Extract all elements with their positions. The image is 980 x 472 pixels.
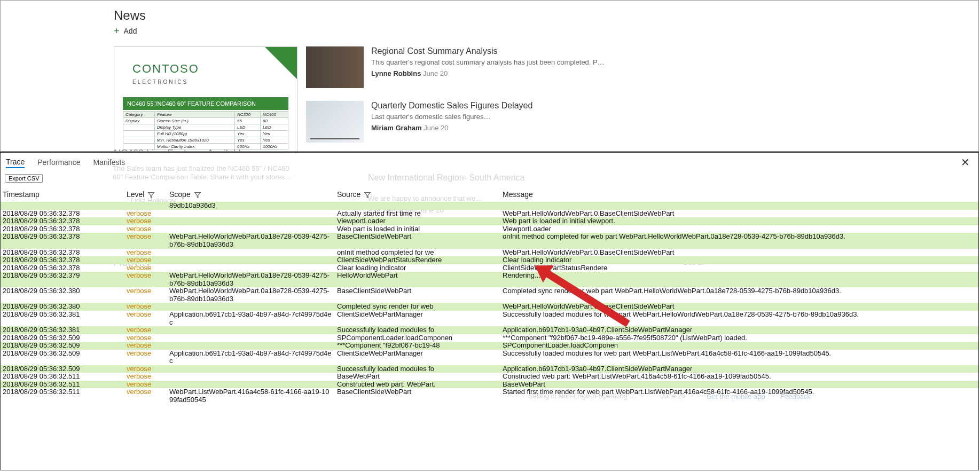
cell-lvl: verbose — [124, 287, 167, 303]
trace-row[interactable]: 2018/08/29 05:36:32.378verboseonInit met… — [1, 249, 978, 257]
cell-msg: Started first time render for web part W… — [500, 388, 978, 404]
cell-ts — [1, 202, 124, 210]
cell-ts: 2018/08/29 05:36:32.381 — [1, 326, 124, 334]
trace-row[interactable]: 2018/08/29 05:36:32.378verboseClientSide… — [1, 256, 978, 264]
cell-scope — [167, 373, 335, 381]
cell-lvl: verbose — [124, 365, 167, 373]
cell-lvl: verbose — [124, 272, 167, 287]
trace-row[interactable]: 2018/08/29 05:36:32.511verboseConstructe… — [1, 381, 978, 389]
cell-msg: SPComponentLoader.loadComponen — [500, 342, 978, 350]
cell-msg: WebPart.HelloWorldWebPart.0.BaseClientSi… — [500, 210, 978, 218]
col-level[interactable]: Level — [124, 188, 167, 202]
trace-row[interactable]: 2018/08/29 05:36:32.379verboseWebPart.He… — [1, 272, 978, 287]
cell-scope — [167, 225, 335, 233]
filter-icon[interactable] — [364, 191, 371, 199]
cell-scope — [167, 365, 335, 373]
cell-src: HelloWorldWebPart — [335, 272, 500, 287]
trace-row[interactable]: 2018/08/29 05:36:32.378verboseViewportLo… — [1, 217, 978, 225]
cell-scope: WebPart.HelloWorldWebPart.0a18e728-0539-… — [167, 233, 335, 248]
cell-msg: Clear loading indicator — [500, 256, 978, 264]
cell-ts: 2018/08/29 05:36:32.509 — [1, 365, 124, 373]
cell-msg: WebPart.HelloWorldWebPart.0.BaseClientSi… — [500, 249, 978, 257]
cell-msg: Web part is loaded in initial viewport. — [500, 217, 978, 225]
article-thumbnail — [306, 101, 364, 143]
cell-msg: Successfully loaded modules for web part… — [500, 311, 978, 326]
tab-manifests[interactable]: Manifests — [93, 157, 125, 168]
cell-src: SPComponentLoader.loadComponen — [335, 334, 500, 342]
col-source[interactable]: Source — [335, 188, 500, 202]
col-scope[interactable]: Scope — [167, 188, 335, 202]
cell-src: Successfully loaded modules fo — [335, 326, 500, 334]
cell-scope: WebPart.HelloWorldWebPart.0a18e728-0539-… — [167, 272, 335, 287]
news-feature-card[interactable]: CONTOSO ELECTRONICS NC460 55"/NC460 60" … — [114, 46, 297, 152]
cell-src: onInit method completed for we — [335, 249, 500, 257]
spec-row: Full HD (1080p)YesYes — [123, 131, 288, 137]
article-date: June 20 — [424, 124, 448, 132]
trace-row[interactable]: 89db10a936d3 — [1, 202, 978, 210]
filter-icon[interactable] — [194, 191, 201, 199]
tab-trace[interactable]: Trace — [6, 156, 25, 168]
article-author: Miriam Graham — [371, 124, 422, 132]
add-news-button[interactable]: + Add — [114, 26, 978, 36]
cell-src — [335, 202, 500, 210]
trace-row[interactable]: 2018/08/29 05:36:32.378verboseWeb part i… — [1, 225, 978, 233]
cell-scope — [167, 217, 335, 225]
news-article[interactable]: Quarterly Domestic Sales Figures Delayed… — [306, 101, 605, 143]
trace-row[interactable]: 2018/08/29 05:36:32.378verboseWebPart.He… — [1, 233, 978, 248]
cell-lvl: verbose — [124, 334, 167, 342]
trace-row[interactable]: 2018/08/29 05:36:32.378verboseActually s… — [1, 210, 978, 218]
article-title: Quarterly Domestic Sales Figures Delayed — [371, 101, 605, 111]
cell-lvl: verbose — [124, 311, 167, 326]
trace-row[interactable]: 2018/08/29 05:36:32.380verboseCompleted … — [1, 303, 978, 311]
article-desc: Last quarter's domestic sales figures… — [371, 113, 605, 121]
cell-src: Actually started first time re — [335, 210, 500, 218]
cell-scope — [167, 326, 335, 334]
cell-msg: onInit method completed for web part Web… — [500, 233, 978, 248]
add-label: Add — [124, 27, 137, 35]
tab-performance[interactable]: Performance — [37, 157, 80, 168]
cell-src: Successfully loaded modules fo — [335, 365, 500, 373]
trace-row[interactable]: 2018/08/29 05:36:32.378verboseClear load… — [1, 264, 978, 272]
cell-scope — [167, 249, 335, 257]
cell-scope: Application.b6917cb1-93a0-4b97-a84d-7cf4… — [167, 311, 335, 326]
trace-row[interactable]: 2018/08/29 05:36:32.509verboseApplicatio… — [1, 350, 978, 365]
cell-ts: 2018/08/29 05:36:32.379 — [1, 272, 124, 287]
cell-ts: 2018/08/29 05:36:32.511 — [1, 388, 124, 404]
trace-row[interactable]: 2018/08/29 05:36:32.511verboseBaseWebPar… — [1, 373, 978, 381]
cell-scope — [167, 381, 335, 389]
feature-band: NC460 55"/NC460 60" FEATURE COMPARISON — [123, 97, 288, 110]
cell-msg: WebPart.HelloWorldWebPart.0.BaseClientSi… — [500, 303, 978, 311]
cell-msg: ClientSideWebPartStatusRendere — [500, 264, 978, 272]
trace-row[interactable]: 2018/08/29 05:36:32.509verboseSPComponen… — [1, 334, 978, 342]
plus-icon: + — [114, 26, 120, 36]
cell-ts: 2018/08/29 05:36:32.509 — [1, 334, 124, 342]
cell-src: ClientSideWebPartManager — [335, 311, 500, 326]
trace-row[interactable]: 2018/08/29 05:36:32.381verboseApplicatio… — [1, 311, 978, 326]
trace-row[interactable]: 2018/08/29 05:36:32.380verboseWebPart.He… — [1, 287, 978, 303]
close-icon[interactable]: ✕ — [958, 156, 973, 169]
spec-row: Display TypeLEDLED — [123, 124, 288, 131]
cell-scope — [167, 303, 335, 311]
trace-row[interactable]: 2018/08/29 05:36:32.381verboseSuccessful… — [1, 326, 978, 334]
col-timestamp[interactable]: Timestamp — [1, 188, 124, 202]
col-message[interactable]: Message — [500, 188, 978, 202]
cell-src: Constructed web part: WebPart. — [335, 381, 500, 389]
spec-row: Min. Resolution 1980x1020YesYes — [123, 137, 288, 144]
spec-table: CategoryFeatureNC320NC460 DisplayScreen … — [123, 111, 288, 150]
export-csv-button[interactable]: Export CSV — [5, 174, 43, 183]
trace-row[interactable]: 2018/08/29 05:36:32.509verboseSuccessful… — [1, 365, 978, 373]
cell-ts: 2018/08/29 05:36:32.378 — [1, 233, 124, 248]
trace-row[interactable]: 2018/08/29 05:36:32.509verbose***Compone… — [1, 342, 978, 350]
cell-src: ViewportLoader — [335, 217, 500, 225]
cell-lvl: verbose — [124, 225, 167, 233]
cell-lvl: verbose — [124, 381, 167, 389]
cell-ts: 2018/08/29 05:36:32.381 — [1, 311, 124, 326]
cell-ts: 2018/08/29 05:36:32.378 — [1, 225, 124, 233]
cell-msg: BaseWebPart — [500, 381, 978, 389]
cell-src: BaseWebPart — [335, 373, 500, 381]
cell-src: Clear loading indicator — [335, 264, 500, 272]
filter-icon[interactable] — [147, 191, 155, 199]
brand-sub: ELECTRONICS — [132, 79, 297, 85]
news-article[interactable]: Regional Cost Summary Analysis This quar… — [306, 46, 605, 88]
trace-row[interactable]: 2018/08/29 05:36:32.511verboseWebPart.Li… — [1, 388, 978, 404]
